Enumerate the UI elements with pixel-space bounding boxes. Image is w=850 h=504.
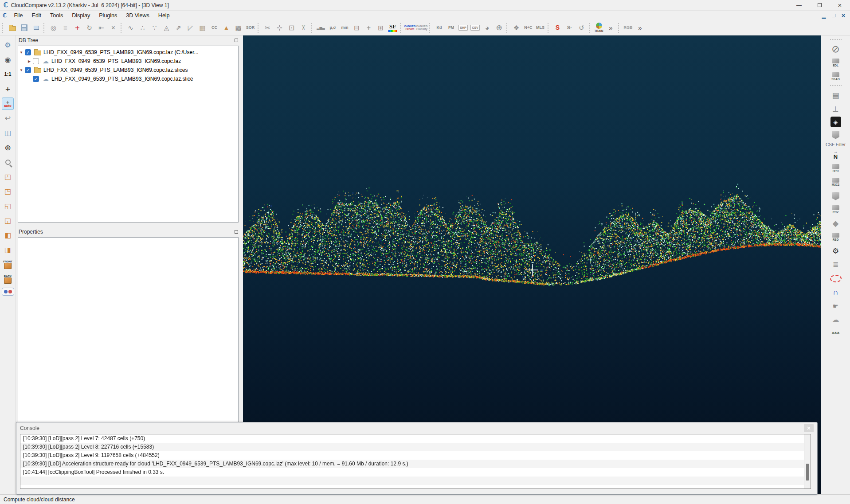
console-scrollbar[interactable] [804,434,811,488]
visibility-checkbox[interactable] [33,58,39,64]
properties-float-button[interactable] [232,228,240,235]
register-button[interactable]: ⇗ [172,22,184,34]
menu-item-display[interactable]: Display [67,12,94,19]
sf-histogram-button[interactable]: ▂▅▃ [315,22,327,34]
tree-expander-icon[interactable]: ▼ [18,51,24,55]
save-file-button[interactable] [18,22,30,34]
pick-rotation-center-button[interactable]: + [2,83,14,95]
colorimetric-plugin-button[interactable]: ⚙ [828,245,843,257]
toolbar-overflow-1[interactable]: » [605,22,617,34]
curve-fit-button[interactable]: S· [564,22,576,34]
sf-delete-button[interactable]: ⊟ [351,22,363,34]
mdi-minimize-button[interactable]: ▁ [819,12,829,20]
view-back-button[interactable]: ◲ [2,215,14,227]
cross-section-button[interactable]: ⊡ [286,22,298,34]
view-front-iso-button[interactable]: FRONT [2,258,14,271]
menu-item-plugins[interactable]: Plugins [94,12,121,19]
compass-plugin-button[interactable]: ◈ [830,117,841,127]
ssao-filter-button[interactable]: SSAO [828,70,843,83]
pcv-plugin-button[interactable]: PCV [828,203,843,216]
open-file-button[interactable] [6,22,18,34]
normals-plugin-button[interactable]: →N [828,148,843,161]
minimize-button[interactable]: — [789,0,809,11]
menu-item-file[interactable]: File [9,12,27,19]
screenshot-button[interactable]: ◉ [2,54,14,66]
normals-nc-button[interactable]: N+C [522,22,534,34]
close-button[interactable]: × [830,0,850,11]
segment-button[interactable]: ✂ [262,22,274,34]
view-left-button[interactable]: ◱ [2,200,14,212]
sf-filter-by-value-button[interactable]: min [339,22,351,34]
mls-button[interactable]: MLS [534,22,546,34]
rsd-plugin-button[interactable]: RSD [828,231,843,243]
db-tree-float-button[interactable] [232,37,240,44]
console-scrollbar-thumb[interactable] [806,464,809,481]
statistical-test-button[interactable]: ▩ [232,22,244,34]
previous-view-button[interactable]: ↩ [2,112,14,125]
hough-normals-plugin-button[interactable]: ∩ [828,286,843,298]
view-right-button[interactable]: ◧ [2,229,14,242]
toolbar-overflow-2[interactable]: » [634,22,646,34]
cloud-layers-plugin-button[interactable]: ☁ [828,313,843,326]
edl-filter-button[interactable]: EDL [828,57,843,69]
globe-projection-button[interactable]: ⊕ [493,22,505,34]
visibility-checkbox[interactable]: ✓ [33,76,39,82]
cylinder-rollback-button[interactable]: ↺ [576,22,588,34]
shp-export-button[interactable]: SHP [457,22,469,34]
sf-arithmetic-button[interactable]: ⊞ [375,22,387,34]
visibility-checkbox[interactable]: ✓ [25,49,31,55]
point-list-picking-button[interactable]: + [71,22,83,34]
treeiso-plugin-button[interactable]: ♣♣♣ [828,327,843,340]
menu-item-3d-views[interactable]: 3D Views [121,12,154,19]
zoom-1-1-button[interactable]: 1:1 [2,68,14,81]
translate-rotate-button[interactable]: ⊹ [274,22,286,34]
bubble-view-button[interactable]: ◫ [2,127,14,139]
tree-expander-icon[interactable]: ▶ [26,59,32,63]
sra-plugin-button[interactable] [828,272,843,285]
facet-pie-button[interactable]: ◕ [481,22,493,34]
manual-seg-plugin-button[interactable]: ☛ [828,300,843,312]
menu-item-edit[interactable]: Edit [27,12,46,19]
apply-transformation-button[interactable]: ⇤ [95,22,107,34]
tree-item-label[interactable]: LHD_FXX_0949_6539_PTS_LAMB93_IGN69.copc.… [43,49,199,55]
pivot-visibility-button[interactable]: ⊕ [2,141,14,154]
broom-plugin-button[interactable]: ⊥ [828,103,843,115]
cloud-mesh-distance-button[interactable]: ▲ [220,22,232,34]
rasterize-button[interactable]: ▦ [196,22,208,34]
hpr-plugin-button[interactable]: HPR [828,162,843,175]
fm-button[interactable]: FM [445,22,457,34]
rgb-filter-button[interactable]: RGB [622,22,634,34]
m3c2-plugin-button[interactable]: M3C2 [828,176,843,188]
trace-polyline-button[interactable]: ∿ [125,22,137,34]
animation-plugin-button[interactable]: ▤ [828,89,843,102]
new-3d-view-button[interactable] [30,22,42,34]
tree-expander-icon[interactable]: ▼ [18,68,24,72]
kd-tree-button[interactable]: Kd [433,22,445,34]
masc-train-button[interactable]: TRAIN [593,22,605,34]
plugins-button[interactable]: ❖ [510,22,522,34]
menu-item-tools[interactable]: Tools [46,12,67,19]
view-front-button[interactable]: ◳ [2,185,14,198]
octree-button[interactable]: ∴ [137,22,149,34]
view-back-iso-button[interactable]: BACK [2,273,14,285]
spline-button[interactable]: S [552,22,564,34]
csv-export-button[interactable]: CSV [469,22,481,34]
display-options-button[interactable]: ⚙ [2,39,14,51]
poisson-plugin-button[interactable]: ◆ [828,217,843,230]
facets-plugin-button[interactable]: ≣ [828,258,843,271]
canupo-plugin-button[interactable] [828,190,843,202]
console-close-button[interactable]: ✕ [804,424,814,432]
align-button[interactable]: ◸ [184,22,196,34]
zoom-fit-button[interactable] [2,156,14,168]
no-filter-button[interactable]: ⊘ [828,43,843,55]
tree-item-label[interactable]: LHD_FXX_0949_6539_PTS_LAMB93_IGN69.copc.… [51,58,181,64]
stereo-mode-button[interactable] [2,288,14,296]
sf-add-button[interactable]: + [363,22,375,34]
auto-pick-center-button[interactable]: +auto [2,98,14,110]
sf-gaussian-filter-button[interactable]: μ,σ [327,22,339,34]
csf-plugin-button[interactable] [828,129,843,141]
sor-filter-button[interactable]: SOR [244,22,256,34]
canupo-classify-button[interactable]: CANUPOClassify [416,22,428,34]
visibility-checkbox[interactable]: ✓ [25,67,31,73]
menu-item-help[interactable]: Help [154,12,174,19]
